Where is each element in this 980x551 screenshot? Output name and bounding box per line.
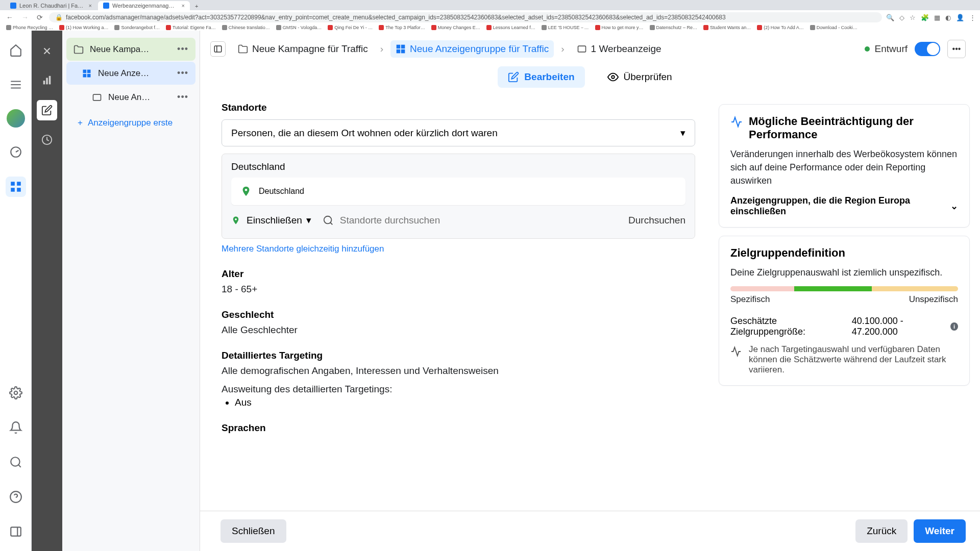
- bookmark-item[interactable]: Sonderangebot f…: [114, 25, 160, 30]
- menu-icon[interactable]: ⋮: [969, 14, 976, 21]
- people-condition-dropdown[interactable]: Personen, die an diesem Ort wohnen oder …: [222, 119, 695, 146]
- svg-rect-17: [93, 94, 101, 101]
- home-icon[interactable]: [6, 40, 26, 60]
- locations-box: Deutschland Deutschland Einschließen ▾: [222, 154, 695, 239]
- star-icon[interactable]: ☆: [910, 14, 916, 21]
- menu-icon[interactable]: [6, 74, 26, 95]
- browser-tab-active[interactable]: Werbeanzeigenmanager - We… ×: [98, 1, 190, 10]
- location-search-input[interactable]: [340, 215, 622, 226]
- eye-icon: [607, 71, 619, 83]
- footer-bar: Schließen Zurück Weiter: [200, 511, 980, 551]
- bookmark-item[interactable]: Datenschutz – Re…: [650, 25, 698, 30]
- back-button[interactable]: Zurück: [855, 519, 908, 543]
- gauge-icon[interactable]: [6, 142, 26, 162]
- facebook-favicon: [10, 3, 16, 9]
- audience-summary: Deine Zielgruppenauswahl ist ziemlich un…: [730, 266, 958, 279]
- bookmark-item[interactable]: Qing Fei De Yi - …: [328, 25, 373, 30]
- performance-expander[interactable]: Anzeigengruppen, die die Region Europa e…: [730, 195, 958, 217]
- more-icon[interactable]: •••: [177, 44, 188, 55]
- more-icon[interactable]: •••: [177, 92, 188, 103]
- add-adset-button[interactable]: + Anzeigengruppe erste: [62, 110, 200, 134]
- side-panel: Mögliche Beeinträchtigung der Performanc…: [709, 95, 980, 511]
- bookmark-item[interactable]: How to get more y…: [595, 25, 644, 30]
- profile-avatar-icon[interactable]: 👤: [956, 14, 964, 21]
- bookmark-item[interactable]: (2) How To Add A…: [757, 25, 803, 30]
- tree-adset[interactable]: Neue Anze… •••: [66, 62, 195, 85]
- gender-value: Alle Geschlechter: [222, 324, 695, 336]
- targeting-heading: Detailliertes Targeting: [222, 350, 695, 361]
- search-icon: [323, 215, 334, 226]
- help-icon[interactable]: [6, 487, 26, 507]
- back-icon[interactable]: ←: [4, 12, 15, 22]
- close-icon[interactable]: ×: [89, 3, 92, 9]
- browser-tab[interactable]: Leon R. Chaudhari | Facebook ×: [5, 1, 97, 10]
- bookmark-item[interactable]: Phone Recycling …: [6, 25, 53, 30]
- bell-icon[interactable]: [6, 417, 26, 438]
- extension-icon[interactable]: ◐: [945, 14, 951, 21]
- zoom-icon[interactable]: 🔍: [886, 14, 894, 21]
- bookmark-item[interactable]: Download - Cooki…: [810, 25, 857, 30]
- tab-strip: Leon R. Chaudhari | Facebook × Werbeanze…: [0, 0, 980, 10]
- more-icon[interactable]: •••: [947, 40, 966, 58]
- crumb-label: Neue Anzeigengruppe für Traffic: [410, 43, 549, 55]
- crumb-campaign[interactable]: Neue Kampagne für Traffic: [233, 40, 373, 58]
- crumb-ad[interactable]: 1 Werbeanzeige: [572, 40, 667, 58]
- pencil-icon[interactable]: [37, 100, 57, 120]
- browse-button[interactable]: Durchsuchen: [628, 215, 685, 226]
- extension-icon[interactable]: 🧩: [921, 14, 929, 21]
- svg-point-26: [235, 218, 237, 220]
- expansion-value: Aus: [235, 397, 695, 408]
- tree-ad[interactable]: Neue An… •••: [66, 86, 195, 109]
- tab-label: Bearbeiten: [524, 71, 574, 83]
- bookmark-item[interactable]: Chinese translatio…: [222, 25, 270, 30]
- include-exclude-dropdown[interactable]: Einschließen ▾: [247, 214, 316, 226]
- more-icon[interactable]: •••: [177, 68, 188, 79]
- svg-rect-19: [397, 45, 401, 49]
- bookmark-item[interactable]: GMSN - Vologda…: [276, 25, 322, 30]
- tab-review[interactable]: Überprüfen: [597, 66, 682, 88]
- panel-icon[interactable]: [6, 521, 26, 542]
- svg-rect-20: [401, 45, 405, 49]
- main-panel: Neue Kampagne für Traffic › Neue Anzeige…: [200, 31, 980, 551]
- avatar[interactable]: [7, 109, 25, 128]
- gear-icon[interactable]: [6, 383, 26, 403]
- bookmark-item[interactable]: Student Wants an…: [703, 25, 751, 30]
- chart-icon[interactable]: [37, 70, 57, 91]
- next-button[interactable]: Weiter: [914, 519, 966, 543]
- panel-toggle-icon[interactable]: [210, 41, 226, 57]
- chrome-actions: 🔍 ◇ ☆ 🧩 ▦ ◐ 👤 ⋮: [886, 14, 976, 21]
- tree-label: Neue An…: [108, 92, 177, 103]
- bookmark-item[interactable]: LEE 'S HOUSE－…: [542, 24, 589, 31]
- form-area: Standorte Personen, die an diesem Ort wo…: [200, 95, 709, 511]
- expander-label: Anzeigengruppen, die die Region Europa e…: [730, 195, 950, 217]
- info-icon[interactable]: i: [950, 322, 958, 331]
- close-button[interactable]: Schließen: [220, 519, 286, 543]
- tree-label: Neue Anze…: [98, 68, 177, 79]
- url-bar[interactable]: 🔒 facebook.com/adsmanager/manage/adsets/…: [49, 12, 882, 22]
- bookmark-item[interactable]: (1) How Working a…: [59, 25, 108, 30]
- location-group-label: Deutschland: [231, 161, 685, 172]
- bookmark-item[interactable]: Lessons Learned f…: [486, 25, 535, 30]
- location-chip[interactable]: Deutschland: [231, 178, 685, 205]
- bookmark-item[interactable]: Money Changes E…: [431, 25, 480, 30]
- clock-icon[interactable]: [37, 130, 57, 150]
- bookmark-item[interactable]: The Top 3 Platfor…: [379, 25, 425, 30]
- cast-icon[interactable]: ◇: [899, 14, 904, 21]
- bulk-locations-link[interactable]: Mehrere Standorte gleichzeitig hinzufüge…: [222, 244, 384, 254]
- bookmark-item[interactable]: Tutorial: Eigene Fa…: [166, 25, 216, 30]
- close-icon[interactable]: ×: [182, 3, 185, 9]
- tree-campaign[interactable]: Neue Kampa… •••: [66, 38, 195, 61]
- status-toggle[interactable]: [915, 42, 940, 56]
- search-icon[interactable]: [6, 452, 26, 472]
- forward-icon[interactable]: →: [19, 12, 31, 22]
- extension-icon[interactable]: ▦: [934, 14, 940, 21]
- svg-point-5: [14, 391, 17, 395]
- tab-edit[interactable]: Bearbeiten: [498, 66, 584, 88]
- reload-icon[interactable]: ⟳: [35, 12, 45, 22]
- new-tab-button[interactable]: +: [191, 2, 202, 10]
- close-icon[interactable]: [37, 41, 57, 61]
- pencil-icon: [508, 71, 519, 83]
- grid-icon[interactable]: [6, 177, 26, 197]
- status-badge: Entwurf: [865, 43, 908, 55]
- crumb-adset[interactable]: Neue Anzeigengruppe für Traffic: [390, 40, 554, 58]
